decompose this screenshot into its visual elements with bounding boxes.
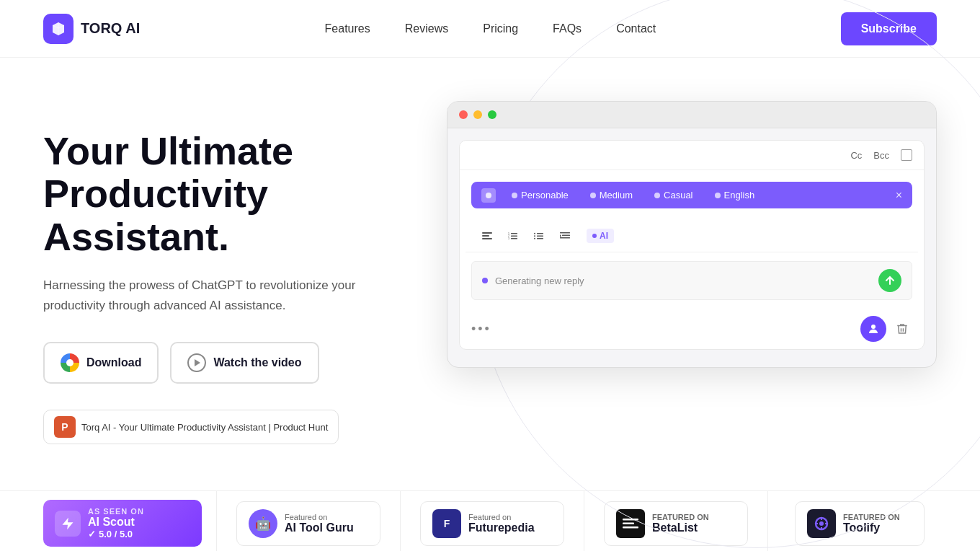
tag-dot-medium <box>590 193 596 198</box>
aiscout-badge-item[interactable]: AS SEEN ON AI Scout ✓ 5.0 / 5.0 <box>29 490 217 551</box>
hero-right: Cc Bcc Personable <box>447 101 937 368</box>
tag-english[interactable]: English <box>709 188 761 203</box>
futurepedia-badge-item[interactable]: F Featured on Futurepedia <box>401 491 584 552</box>
logo[interactable]: TORQ AI <box>43 14 140 44</box>
aiscout-logo <box>55 511 81 537</box>
aitoolgu-pre-label: Featured on <box>285 513 354 521</box>
futurepedia-logo: F <box>432 509 461 538</box>
send-button[interactable] <box>878 269 901 292</box>
cc-label[interactable]: Cc <box>850 150 862 161</box>
svg-point-20 <box>871 325 876 329</box>
svg-rect-18 <box>560 237 570 239</box>
svg-rect-11 <box>537 236 543 237</box>
aitoolgu-badge-item[interactable]: 🤖 Featured on AI Tool Guru <box>217 491 401 552</box>
avatar-button[interactable] <box>860 316 886 342</box>
svg-rect-22 <box>623 522 634 524</box>
futurepedia-pre-label: Featured on <box>468 513 535 521</box>
watch-video-button[interactable]: Watch the video <box>170 342 318 384</box>
app-window: Cc Bcc Personable <box>447 101 937 368</box>
aiscout-text: AS SEEN ON AI Scout ✓ 5.0 / 5.0 <box>88 507 144 539</box>
more-options-button[interactable]: ••• <box>471 322 491 337</box>
download-label: Download <box>86 356 141 369</box>
nav-pricing[interactable]: Pricing <box>483 22 518 35</box>
futurepedia-text: Featured on Futurepedia <box>468 513 535 534</box>
delete-button[interactable] <box>892 319 912 339</box>
window-minimize-dot <box>473 110 482 119</box>
product-hunt-badge[interactable]: P Torq AI - Your Ultimate Productivity A… <box>43 410 447 444</box>
ai-toolbar: Personable Medium Casual English × <box>471 182 912 208</box>
svg-point-0 <box>486 193 491 198</box>
unordered-list-button[interactable] <box>529 226 549 246</box>
svg-rect-2 <box>482 235 489 237</box>
tag-personable[interactable]: Personable <box>506 188 574 203</box>
svg-point-13 <box>534 233 535 234</box>
email-footer: ••• <box>460 309 924 349</box>
aitoolgu-text: Featured on AI Tool Guru <box>285 513 354 534</box>
ph-logo: P <box>54 416 76 438</box>
tag-personable-label: Personable <box>521 190 569 200</box>
nav-reviews[interactable]: Reviews <box>405 22 448 35</box>
hero-subtitle: Harnessing the prowess of ChatGPT to rev… <box>43 276 404 316</box>
svg-rect-10 <box>537 233 543 234</box>
ordered-list-button[interactable]: 1 2 3 <box>503 226 523 246</box>
tag-english-label: English <box>724 190 755 200</box>
futurepedia-badge[interactable]: F Featured on Futurepedia <box>420 501 564 546</box>
svg-rect-5 <box>511 236 517 237</box>
svg-rect-17 <box>562 235 570 237</box>
aitoolgu-logo: 🤖 <box>249 509 277 538</box>
logo-icon <box>43 14 74 44</box>
ai-toolbar-icon <box>481 188 496 203</box>
svg-rect-23 <box>623 526 638 529</box>
hero-actions: Download Watch the video <box>43 342 447 384</box>
tag-dot-personable <box>512 193 517 198</box>
aitoolgu-badge[interactable]: 🤖 Featured on AI Tool Guru <box>236 501 380 546</box>
aiscout-badge[interactable]: AS SEEN ON AI Scout ✓ 5.0 / 5.0 <box>43 500 202 547</box>
ph-badge-box[interactable]: P Torq AI - Your Ultimate Productivity A… <box>43 410 339 444</box>
maximize-icon[interactable] <box>901 149 912 161</box>
svg-rect-16 <box>560 232 570 234</box>
window-body: Cc Bcc Personable <box>459 140 925 350</box>
chrome-icon <box>61 353 79 372</box>
svg-rect-6 <box>511 238 517 239</box>
generating-text: Generating new reply <box>495 276 584 286</box>
hero-left: Your Ultimate Productivity Assistant. Ha… <box>43 101 447 444</box>
email-header: Cc Bcc <box>460 141 924 170</box>
svg-point-14 <box>534 235 535 237</box>
footer-right <box>860 316 912 342</box>
nav-faqs[interactable]: FAQs <box>553 22 582 35</box>
logo-text: TORQ AI <box>81 20 140 37</box>
tag-casual[interactable]: Casual <box>649 188 698 203</box>
aiscout-check: ✓ <box>88 529 96 539</box>
align-left-button[interactable] <box>477 226 497 246</box>
tag-medium[interactable]: Medium <box>584 188 638 203</box>
nav-features[interactable]: Features <box>325 22 370 35</box>
generating-bar: Generating new reply <box>471 261 912 300</box>
svg-text:3: 3 <box>508 237 509 240</box>
hero-section: Your Ultimate Productivity Assistant. Ha… <box>0 58 980 490</box>
window-close-dot <box>459 110 468 119</box>
aiscout-rating-value: 5.0 / 5.0 <box>99 529 133 539</box>
svg-marker-19 <box>560 234 561 237</box>
window-maximize-dot <box>488 110 496 119</box>
watch-label: Watch the video <box>213 356 301 369</box>
hero-title: Your Ultimate Productivity Assistant. <box>43 130 447 258</box>
aiscout-rating: ✓ 5.0 / 5.0 <box>88 529 144 539</box>
svg-rect-1 <box>482 232 492 234</box>
email-formatting-toolbar: 1 2 3 <box>466 220 918 252</box>
tag-casual-label: Casual <box>664 190 692 200</box>
aiscout-pre-label: AS SEEN ON <box>88 507 144 516</box>
ph-label: Torq AI - Your Ultimate Productivity Ass… <box>81 422 328 433</box>
svg-rect-12 <box>537 238 543 239</box>
futurepedia-name: Futurepedia <box>468 521 535 534</box>
play-icon <box>187 353 206 372</box>
bcc-label[interactable]: Bcc <box>873 150 889 161</box>
ai-label: AI <box>600 231 608 241</box>
svg-rect-3 <box>482 238 492 239</box>
ai-tag-small[interactable]: AI <box>587 229 614 243</box>
svg-point-15 <box>534 238 535 239</box>
ai-toolbar-close[interactable]: × <box>896 189 902 202</box>
gen-dot <box>482 278 488 283</box>
tag-dot-english <box>715 193 721 198</box>
indent-button[interactable] <box>555 226 575 246</box>
download-button[interactable]: Download <box>43 342 159 384</box>
